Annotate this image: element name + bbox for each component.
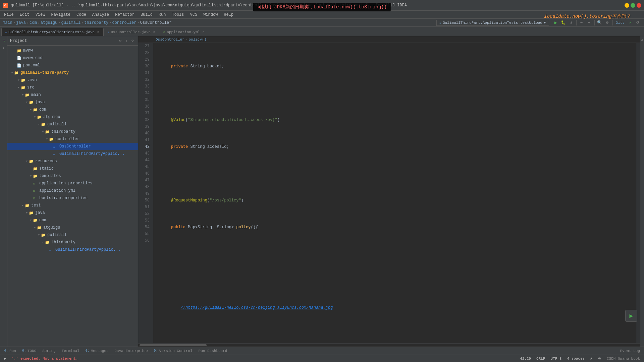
redo-button[interactable]: ↪ — [586, 19, 593, 26]
tree-test-com[interactable]: ▾ 📁 com — [7, 217, 138, 224]
tree-java[interactable]: ▾ 📁 java — [7, 99, 138, 106]
breadcrumb-thirdparty[interactable]: thirdparty — [84, 20, 108, 25]
menu-navigate[interactable]: Navigate — [48, 12, 73, 18]
horizontal-scrollbar[interactable] — [138, 343, 640, 347]
settings-button[interactable]: ⚙ — [604, 19, 611, 26]
menu-code[interactable]: Code — [74, 12, 89, 18]
tree-pom[interactable]: 📄 pom.xml — [7, 62, 138, 69]
tree-app-properties[interactable]: ⚙ application.properties — [7, 180, 138, 187]
tree-thirdparty[interactable]: ▾ 📁 thirdparty — [7, 128, 138, 135]
menu-vcs[interactable]: VCS — [187, 12, 200, 18]
status-encoding[interactable]: UTF-8 — [549, 357, 563, 361]
bottom-tab-jee[interactable]: Java Enterprise — [112, 347, 151, 355]
status-indent[interactable]: 4 spaces — [566, 357, 586, 361]
sidebar-action-settings[interactable]: ⚙ — [130, 38, 135, 44]
tree-bootstrap-properties[interactable]: ⚙ bootstrap.properties — [7, 194, 138, 202]
git-update[interactable]: ⟳ — [635, 19, 641, 26]
menu-view[interactable]: View — [33, 12, 48, 18]
bottom-tab-spring[interactable]: Spring — [40, 347, 58, 355]
git-check[interactable]: ✓ — [627, 19, 634, 26]
sidebar-action-locate[interactable]: ⊙ — [118, 38, 123, 44]
bottom-tab-todo[interactable]: 6: TODO — [19, 347, 39, 355]
menu-file[interactable]: File — [1, 12, 16, 18]
project-view-btn[interactable]: P — [1, 38, 7, 44]
maximize-button[interactable] — [631, 3, 635, 8]
tree-templates[interactable]: ▾ 📁 templates — [7, 172, 138, 180]
tree-test-gulimall[interactable]: ▾ 📁 gulimall — [7, 231, 138, 239]
status-position[interactable]: 42:29 — [519, 357, 532, 361]
arrow-icon: ▾ — [33, 115, 37, 119]
tree-static[interactable]: 📁 static — [7, 165, 138, 172]
tree-controller[interactable]: ▾ 📁 controller — [7, 135, 138, 143]
tree-main[interactable]: ▾ 📁 main — [7, 91, 138, 99]
menu-edit[interactable]: Edit — [17, 12, 32, 18]
tree-resources[interactable]: ▾ 📁 resources — [7, 158, 138, 165]
minimize-button[interactable] — [625, 3, 629, 8]
status-power[interactable]: ⚡ — [589, 356, 594, 361]
breadcrumb-atguigu[interactable]: atguigu — [41, 20, 57, 25]
menu-refactor[interactable]: Refactor — [112, 12, 137, 18]
breadcrumb-main[interactable]: main — [3, 20, 12, 25]
search-everywhere[interactable]: 🔍 — [596, 19, 603, 26]
tree-gulimall[interactable]: ▾ 📁 gulimall — [7, 121, 138, 128]
tree-test[interactable]: ▾ 📁 test — [7, 202, 138, 209]
undo-button[interactable]: ↩ — [578, 19, 585, 26]
bottom-tab-messages[interactable]: 0: Messages — [83, 347, 111, 355]
bc2-policy[interactable]: policy() — [189, 38, 206, 42]
breadcrumb-controller[interactable]: controller — [112, 20, 137, 25]
floating-run-button[interactable]: ▶ — [625, 310, 637, 322]
breadcrumb-osscontroller[interactable]: OssController — [140, 20, 172, 25]
breadcrumb-com[interactable]: com — [30, 20, 37, 25]
menu-build[interactable]: Build — [138, 12, 155, 18]
tab-close-3[interactable]: × — [201, 30, 205, 34]
tab-application-yml[interactable]: ⚙ application.yml × — [160, 28, 209, 36]
tree-test-java[interactable]: ▾ 📁 java — [7, 209, 138, 217]
tab-osscontroller[interactable]: ☕ OssController.java × — [104, 28, 160, 36]
tree-atguigu[interactable]: ▾ 📁 atguigu — [7, 113, 138, 121]
tab-gulimall-tests[interactable]: ☕ GulimallThirdPartyApplicationTests.jav… — [1, 28, 104, 36]
breadcrumb-java[interactable]: java — [16, 20, 26, 25]
menu-window[interactable]: Window — [201, 12, 220, 18]
bottom-tab-rundash[interactable]: Run Dashboard — [196, 347, 230, 355]
status-line-ending[interactable]: CRLF — [535, 357, 546, 361]
breadcrumb-gulimall[interactable]: gulimall — [61, 20, 80, 25]
tree-app-yml[interactable]: ⚙ application.yml — [7, 187, 138, 194]
tree-mvnw-cmd[interactable]: 📄 mvnw.cmd — [7, 54, 138, 62]
status-lang[interactable]: 英 — [596, 356, 603, 361]
tree-src[interactable]: ▾ 📁 src — [7, 84, 138, 91]
bottom-tab-jee-label: Java Enterprise — [115, 349, 148, 353]
code-editor[interactable]: private String bucket; @Value("${spring.… — [153, 43, 636, 343]
status-run-icon[interactable]: ▶ — [3, 356, 8, 361]
tree-com[interactable]: ▾ 📁 com — [7, 106, 138, 113]
tree-mvnw[interactable]: 📁 mvnw — [7, 47, 138, 54]
menu-tools[interactable]: Tools — [169, 12, 187, 18]
tree-test-atguigu[interactable]: ▾ 📁 atguigu — [7, 224, 138, 231]
tree-mvn[interactable]: ▾ 📁 .mvn — [7, 76, 138, 84]
bottom-tab-eventlog[interactable]: Event Log — [618, 347, 643, 355]
bc2-osscontroller[interactable]: OssController — [156, 38, 184, 42]
run-config-dropdown[interactable]: ▼ — [544, 21, 546, 25]
menu-analyze[interactable]: Analyze — [90, 12, 112, 18]
favorites-btn[interactable]: ★ — [1, 45, 7, 51]
ln-29: 29 — [138, 56, 151, 63]
tree-gulimall-applic[interactable]: ☕ GulimallThirdPartyApplic... — [7, 150, 138, 158]
tree-gulimall-third-party[interactable]: ▾ 📁 gulimall-third-party — [7, 69, 138, 76]
coverage-button[interactable]: ⚗ — [568, 19, 575, 26]
tree-test-app[interactable]: ☕ GulimallThirdPartyApplic... — [7, 246, 138, 253]
tab-close-1[interactable]: × — [96, 30, 100, 34]
tab-close-2[interactable]: × — [152, 30, 156, 34]
run-button[interactable]: ▶ — [552, 19, 559, 26]
tree-test-thirdparty[interactable]: ▾ 📁 thirdparty — [7, 239, 138, 246]
close-button[interactable] — [637, 3, 641, 8]
run-config[interactable]: ☕ GulimallThirdPartyApplicationTests.tes… — [436, 20, 549, 26]
menu-run[interactable]: Run — [156, 12, 169, 18]
right-panel-btn-1[interactable]: ▲ — [641, 38, 644, 42]
right-gutter — [636, 43, 640, 343]
sidebar-action-scroll[interactable]: ↕ — [124, 38, 129, 44]
bottom-tab-run[interactable]: 4: Run — [1, 347, 19, 355]
bottom-tab-terminal[interactable]: Terminal — [59, 347, 82, 355]
debug-button[interactable]: 🐛 — [560, 19, 567, 26]
menu-help[interactable]: Help — [221, 12, 236, 18]
bottom-tab-vc[interactable]: 9: Version Control — [151, 347, 195, 355]
tree-osscontroller[interactable]: ☕ OssController — [7, 143, 138, 150]
